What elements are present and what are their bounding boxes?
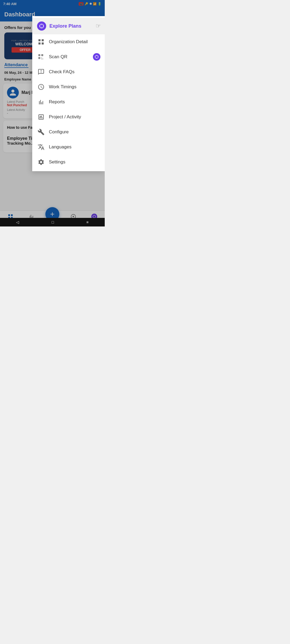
work-timings-icon xyxy=(37,83,45,91)
org-detail-icon xyxy=(37,38,45,46)
settings-icon xyxy=(37,158,45,166)
explore-icon xyxy=(37,21,46,31)
org-detail-label: Organization Detail xyxy=(49,39,88,45)
menu-item-explore[interactable]: Explore Plans ☞ xyxy=(32,18,105,34)
languages-label: Languages xyxy=(49,144,71,150)
back-button[interactable]: ◁ xyxy=(16,220,19,224)
menu-item-settings[interactable]: Settings xyxy=(32,155,105,170)
settings-label: Settings xyxy=(49,159,65,165)
check-faqs-icon xyxy=(37,68,45,76)
configure-label: Configure xyxy=(49,129,69,135)
scan-qr-icon xyxy=(37,53,45,61)
dropdown-menu: Explore Plans ☞ Organization Detail Scan… xyxy=(32,16,105,171)
languages-icon xyxy=(37,143,45,151)
explore-label: Explore Plans xyxy=(49,23,81,29)
scan-qr-label: Scan QR xyxy=(49,54,67,60)
menu-item-languages[interactable]: Languages xyxy=(32,140,105,155)
menu-item-reports[interactable]: Reports xyxy=(32,94,105,109)
system-nav-bar: ◁ □ ≡ xyxy=(0,218,105,226)
recents-button[interactable]: ≡ xyxy=(86,220,88,224)
menu-item-org-detail[interactable]: Organization Detail xyxy=(32,34,105,49)
menu-item-check-faqs[interactable]: Check FAQs xyxy=(32,64,105,79)
reports-label: Reports xyxy=(49,99,65,105)
menu-item-scan-qr[interactable]: Scan QR xyxy=(32,49,105,64)
project-activity-label: Project / Activity xyxy=(49,114,81,120)
cursor-hand: ☞ xyxy=(96,23,101,30)
project-activity-icon xyxy=(37,113,45,121)
home-button[interactable]: □ xyxy=(52,220,54,224)
check-faqs-label: Check FAQs xyxy=(49,69,74,75)
configure-icon xyxy=(37,128,45,136)
work-timings-label: Work Timings xyxy=(49,84,77,90)
menu-item-work-timings[interactable]: Work Timings xyxy=(32,79,105,94)
menu-item-configure[interactable]: Configure xyxy=(32,125,105,140)
menu-item-project-activity[interactable]: Project / Activity xyxy=(32,109,105,125)
premium-badge xyxy=(93,53,100,61)
reports-icon xyxy=(37,98,45,106)
